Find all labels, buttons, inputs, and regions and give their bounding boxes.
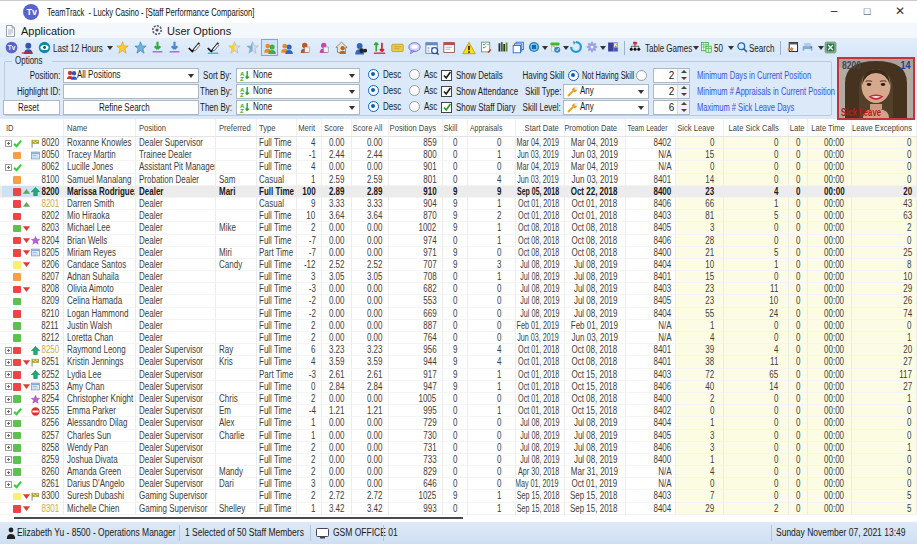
svg-text:Sick Leave: Sick Leave [841, 107, 881, 118]
svg-text:Z: Z [240, 76, 244, 81]
svg-text:Z: Z [240, 108, 244, 113]
svg-text:14: 14 [901, 60, 911, 71]
svg-text:Z: Z [240, 92, 244, 97]
svg-text:Tv: Tv [8, 43, 16, 50]
svg-text:8200: 8200 [842, 60, 861, 71]
